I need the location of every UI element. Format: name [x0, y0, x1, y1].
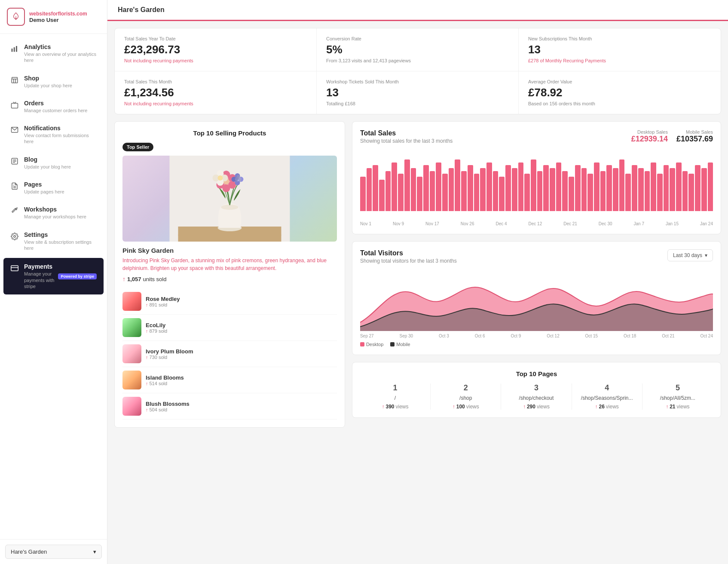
product-sold-4: ↑504 sold	[146, 407, 337, 412]
stat-cell-1: Conversion Rate 5% From 3,123 visits and…	[317, 28, 519, 71]
bar-x-label: Nov 17	[425, 221, 439, 226]
right-panel: Total Sales Showing total sales for the …	[352, 121, 721, 428]
stat-label-3: Total Sales This Month	[124, 79, 307, 84]
total-visitors-card: Total Visitors Showing total visitors fo…	[352, 241, 721, 355]
bar-41	[619, 159, 625, 211]
stat-label-5: Average Order Value	[528, 79, 711, 84]
views-count: 100	[456, 404, 465, 410]
page-rank: 4	[575, 383, 639, 392]
page-col-4: 5 /shop/All/5zm... ↑ 21 views	[642, 383, 713, 410]
product-name-3: Island Blooms	[146, 374, 337, 381]
bar-11	[430, 171, 435, 211]
visitors-x-label: Oct 24	[700, 334, 713, 338]
sidebar-item-payments[interactable]: Payments Manage your payments with strip…	[3, 258, 104, 294]
bar-33	[569, 177, 574, 211]
sales-chart-header: Total Sales Showing total sales for the …	[360, 129, 713, 144]
svg-point-31	[217, 175, 223, 181]
sidebar-item-orders[interactable]: Orders Manage customer orders here	[3, 95, 104, 119]
stat-note-4: Totalling £168	[326, 101, 509, 106]
page-views: ↑ 290 views	[505, 404, 568, 410]
product-name-0: Rose Medley	[146, 296, 337, 302]
bar-x-label: Dec 30	[599, 221, 612, 226]
page-url: /shop/Seasons/Sprin...	[575, 395, 639, 401]
bar-8	[411, 168, 416, 211]
site-selector: Hare's Garden ▾	[0, 539, 107, 564]
views-arrow-icon: ↑	[382, 404, 385, 410]
stat-value-5: £78.92	[528, 86, 711, 99]
bar-x-label: Jan 7	[633, 221, 644, 226]
bar-47	[657, 174, 663, 211]
bar-16	[461, 171, 467, 211]
content-area: Total Sales Year To Date £23,296.73 Not …	[107, 21, 728, 435]
visitors-period-dropdown[interactable]: Last 30 days ▾	[667, 249, 713, 261]
sidebar-item-analytics[interactable]: Analytics View an overview of your analy…	[3, 38, 104, 69]
sidebar-item-shop[interactable]: Shop Update your shop here	[3, 70, 104, 94]
top-products-panel: Top 10 Selling Products Top Seller	[114, 121, 345, 428]
views-arrow-icon: ↑	[666, 404, 668, 410]
user-name: Demo User	[29, 17, 87, 23]
bar-5	[392, 162, 397, 211]
page-views: ↑ 100 views	[434, 404, 497, 410]
page-rank: 1	[364, 383, 427, 392]
bar-30	[550, 168, 555, 211]
stat-label-4: Workshop Tickets Sold This Month	[326, 79, 509, 84]
sidebar-item-workshops[interactable]: Workshops Manage your workshops here	[3, 201, 104, 225]
bar-32	[562, 171, 568, 211]
list-item: Island Blooms ↑514 sold	[122, 367, 337, 393]
stat-value-0: £23,296.73	[124, 43, 307, 56]
chevron-down-icon: ▾	[705, 252, 707, 258]
settings-icon	[10, 232, 19, 241]
product-name-1: EcoLily	[146, 322, 337, 328]
bar-31	[556, 162, 562, 211]
stat-label-1: Conversion Rate	[326, 36, 509, 41]
site-select-dropdown[interactable]: Hare's Garden ▾	[5, 545, 102, 559]
bar-29	[543, 165, 549, 211]
visitors-x-label: Sep 30	[399, 334, 413, 338]
product-name-2: Ivory Plum Bloom	[146, 348, 337, 355]
stat-cell-4: Workshop Tickets Sold This Month 13 Tota…	[317, 71, 519, 114]
svg-rect-3	[12, 79, 18, 83]
sidebar-item-blog[interactable]: Blog Update your blog here	[3, 151, 104, 175]
visitors-x-label: Oct 12	[547, 334, 559, 338]
visitors-x-label: Sep 27	[360, 334, 374, 338]
legend-desktop: Desktop	[360, 342, 383, 347]
page-views: ↑ 390 views	[364, 404, 427, 410]
bar-7	[404, 159, 410, 211]
bar-35	[581, 168, 587, 211]
bar-6	[398, 174, 404, 211]
product-name-4: Blush Blossoms	[146, 401, 337, 407]
bar-40	[613, 168, 618, 211]
product-info-0: Rose Medley ↑891 sold	[146, 296, 337, 307]
product-info-4: Blush Blossoms ↑504 sold	[146, 401, 337, 412]
shop-desc: Update your shop here	[24, 83, 97, 89]
sidebar-item-settings[interactable]: Settings View site & subscription settin…	[3, 226, 104, 257]
shop-nav-text: Shop Update your shop here	[24, 75, 97, 89]
svg-rect-8	[11, 266, 18, 271]
product-thumb-ivory	[122, 344, 141, 363]
mobile-sales-label: Mobile Sales	[676, 129, 713, 135]
page-col-2: 3 /shop/checkout ↑ 290 views	[501, 383, 572, 410]
chevron-down-icon: ▾	[93, 549, 96, 555]
bar-54	[701, 168, 707, 211]
stripe-badge: Powered by stripe	[58, 273, 97, 279]
product-sold-3: ↑514 sold	[146, 381, 337, 386]
bar-22	[499, 177, 505, 211]
bar-chart	[360, 151, 713, 220]
bar-x-label: Nov 1	[360, 221, 371, 226]
notifications-nav-text: Notifications View contact form submissi…	[24, 125, 97, 145]
stat-value-4: 13	[326, 86, 509, 99]
stat-value-3: £1,234.56	[124, 86, 307, 99]
stat-note-1: From 3,123 visits and 12,413 pageviews	[326, 58, 509, 63]
logo-text: websitesforflorists.com Demo User	[29, 11, 87, 23]
settings-label: Settings	[24, 231, 97, 238]
bar-13	[442, 174, 448, 211]
bar-38	[600, 171, 606, 211]
page-col-0: 1 / ↑ 390 views	[360, 383, 431, 410]
payments-nav-text: Payments Manage your payments with strip…	[24, 263, 58, 289]
product-sold-1: ↑879 sold	[146, 328, 337, 334]
sidebar-item-pages[interactable]: Pages Update pages here	[3, 176, 104, 200]
sidebar-logo: websitesforflorists.com Demo User	[0, 0, 107, 34]
sidebar-item-notifications[interactable]: Notifications View contact form submissi…	[3, 120, 104, 150]
stat-cell-2: New Subscriptions This Month 13 £278 of …	[519, 28, 721, 71]
svg-rect-1	[14, 47, 15, 52]
